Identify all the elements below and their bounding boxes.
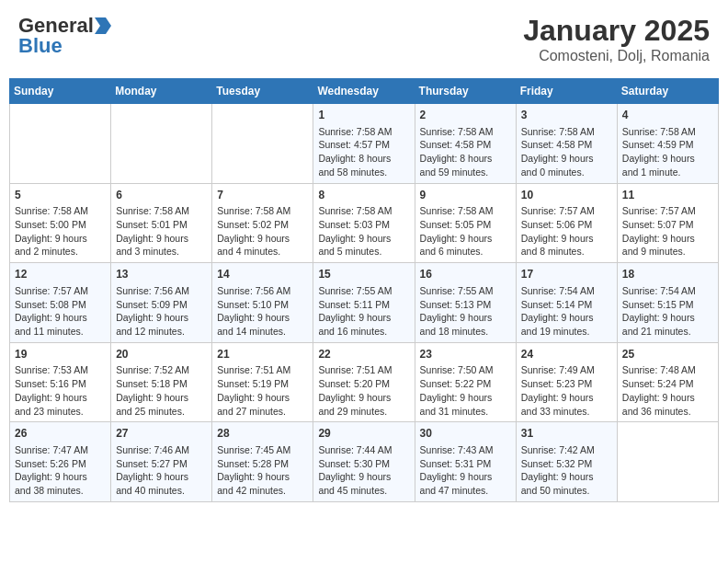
day-number: 4	[622, 108, 713, 123]
calendar-cell: 5Sunrise: 7:58 AMSunset: 5:00 PMDaylight…	[10, 183, 111, 263]
day-info-line: and 40 minutes.	[116, 484, 207, 498]
day-info-line: Sunset: 4:58 PM	[420, 138, 511, 152]
day-info-line: Daylight: 9 hours	[217, 391, 308, 405]
day-number: 6	[116, 188, 207, 203]
day-info-line: Sunrise: 7:57 AM	[622, 204, 713, 218]
header-cell-wednesday: Wednesday	[313, 79, 415, 104]
day-info-line: Sunrise: 7:54 AM	[622, 284, 713, 298]
day-info-line: and 6 minutes.	[420, 245, 511, 259]
day-info-line: Sunrise: 7:58 AM	[217, 204, 308, 218]
day-info-line: Sunrise: 7:58 AM	[420, 125, 511, 139]
day-info-line: Sunrise: 7:51 AM	[217, 363, 308, 377]
day-info-line: Sunrise: 7:44 AM	[318, 443, 409, 457]
day-number: 21	[217, 347, 308, 362]
logo-arrow-icon	[95, 17, 111, 34]
day-info-line: and 27 minutes.	[217, 405, 308, 419]
day-number: 28	[217, 426, 308, 442]
day-number: 3	[521, 108, 612, 123]
day-number: 22	[318, 347, 409, 362]
day-info-line: Daylight: 9 hours	[116, 311, 207, 325]
day-info-line: Daylight: 9 hours	[521, 152, 612, 166]
day-info-line: Daylight: 9 hours	[217, 470, 308, 484]
day-info-line: and 58 minutes.	[318, 166, 409, 179]
day-number: 20	[116, 347, 207, 362]
day-info-line: Daylight: 9 hours	[420, 470, 511, 484]
header-cell-sunday: Sunday	[10, 79, 111, 104]
day-info-line: Sunrise: 7:58 AM	[116, 204, 207, 218]
day-info-line: Sunset: 5:24 PM	[622, 377, 713, 391]
day-info-line: Sunset: 5:05 PM	[420, 218, 511, 232]
week-row-3: 12Sunrise: 7:57 AMSunset: 5:08 PMDayligh…	[10, 263, 719, 343]
week-row-5: 26Sunrise: 7:47 AMSunset: 5:26 PMDayligh…	[10, 422, 719, 502]
day-info-line: Daylight: 8 hours	[420, 152, 511, 166]
day-info-line: Sunrise: 7:51 AM	[318, 363, 409, 377]
calendar-cell	[10, 104, 111, 184]
day-info-line: and 16 minutes.	[318, 325, 409, 339]
calendar-cell: 30Sunrise: 7:43 AMSunset: 5:31 PMDayligh…	[415, 422, 516, 502]
day-info-line: Sunrise: 7:55 AM	[318, 284, 409, 298]
calendar-cell: 12Sunrise: 7:57 AMSunset: 5:08 PMDayligh…	[10, 263, 111, 343]
day-number: 25	[622, 347, 713, 362]
day-info-line: Sunset: 5:28 PM	[217, 457, 308, 471]
day-info-line: Sunset: 5:14 PM	[521, 298, 612, 312]
day-number: 19	[15, 347, 106, 362]
day-info-line: Sunset: 5:07 PM	[622, 218, 713, 232]
day-info-line: Daylight: 9 hours	[521, 311, 612, 325]
day-number: 15	[318, 267, 409, 282]
day-info-line: Daylight: 8 hours	[318, 152, 409, 166]
calendar-cell: 24Sunrise: 7:49 AMSunset: 5:23 PMDayligh…	[516, 342, 617, 422]
day-info-line: Sunset: 5:09 PM	[116, 298, 207, 312]
day-info-line: Sunrise: 7:58 AM	[318, 204, 409, 218]
calendar-cell: 19Sunrise: 7:53 AMSunset: 5:16 PMDayligh…	[10, 342, 111, 422]
page-header: General Blue January 2025 Comosteni, Dol…	[9, 9, 719, 69]
day-info-line: and 38 minutes.	[15, 484, 106, 498]
calendar-cell	[111, 104, 212, 184]
day-info-line: Daylight: 9 hours	[116, 470, 207, 484]
calendar-cell: 1Sunrise: 7:58 AMSunset: 4:57 PMDaylight…	[313, 104, 415, 184]
day-info-line: Daylight: 9 hours	[15, 311, 106, 325]
day-info-line: and 42 minutes.	[217, 484, 308, 498]
day-info-line: Sunset: 5:23 PM	[521, 377, 612, 391]
week-row-2: 5Sunrise: 7:58 AMSunset: 5:00 PMDaylight…	[10, 183, 719, 263]
calendar-cell: 20Sunrise: 7:52 AMSunset: 5:18 PMDayligh…	[111, 342, 212, 422]
day-info-line: and 23 minutes.	[15, 405, 106, 419]
day-info-line: Daylight: 9 hours	[116, 391, 207, 405]
day-info-line: Sunset: 5:16 PM	[15, 377, 106, 391]
day-info-line: Sunrise: 7:58 AM	[15, 204, 106, 218]
day-number: 26	[15, 426, 106, 442]
calendar-cell: 4Sunrise: 7:58 AMSunset: 4:59 PMDaylight…	[617, 104, 718, 184]
calendar-cell: 3Sunrise: 7:58 AMSunset: 4:58 PMDaylight…	[516, 104, 617, 184]
day-info-line: Sunrise: 7:45 AM	[217, 443, 308, 457]
day-info-line: Sunrise: 7:47 AM	[15, 443, 106, 457]
day-info-line: Sunrise: 7:58 AM	[622, 125, 713, 139]
day-number: 17	[521, 267, 612, 282]
day-info-line: Sunrise: 7:58 AM	[318, 125, 409, 139]
day-info-line: Daylight: 9 hours	[420, 232, 511, 246]
day-number: 18	[622, 267, 713, 282]
day-number: 10	[521, 188, 612, 203]
day-number: 29	[318, 426, 409, 442]
day-info-line: Sunset: 5:13 PM	[420, 298, 511, 312]
day-info-line: Daylight: 9 hours	[622, 311, 713, 325]
day-info-line: Daylight: 9 hours	[622, 391, 713, 405]
day-number: 31	[521, 426, 612, 442]
calendar-cell: 14Sunrise: 7:56 AMSunset: 5:10 PMDayligh…	[212, 263, 313, 343]
calendar-cell: 17Sunrise: 7:54 AMSunset: 5:14 PMDayligh…	[516, 263, 617, 343]
calendar-cell: 9Sunrise: 7:58 AMSunset: 5:05 PMDaylight…	[415, 183, 516, 263]
day-number: 2	[420, 108, 511, 123]
day-info-line: and 45 minutes.	[318, 484, 409, 498]
day-info-line: Daylight: 9 hours	[318, 470, 409, 484]
day-info-line: and 14 minutes.	[217, 325, 308, 339]
day-info-line: Daylight: 9 hours	[217, 311, 308, 325]
day-info-line: Daylight: 9 hours	[217, 232, 308, 246]
calendar-cell: 31Sunrise: 7:42 AMSunset: 5:32 PMDayligh…	[516, 422, 617, 502]
day-info-line: Daylight: 9 hours	[15, 232, 106, 246]
header-cell-thursday: Thursday	[415, 79, 516, 104]
day-info-line: and 31 minutes.	[420, 405, 511, 419]
calendar-cell: 26Sunrise: 7:47 AMSunset: 5:26 PMDayligh…	[10, 422, 111, 502]
day-info-line: and 4 minutes.	[217, 245, 308, 259]
day-info-line: Sunset: 5:30 PM	[318, 457, 409, 471]
day-info-line: Daylight: 9 hours	[116, 232, 207, 246]
header-cell-tuesday: Tuesday	[212, 79, 313, 104]
day-info-line: Sunrise: 7:48 AM	[622, 363, 713, 377]
